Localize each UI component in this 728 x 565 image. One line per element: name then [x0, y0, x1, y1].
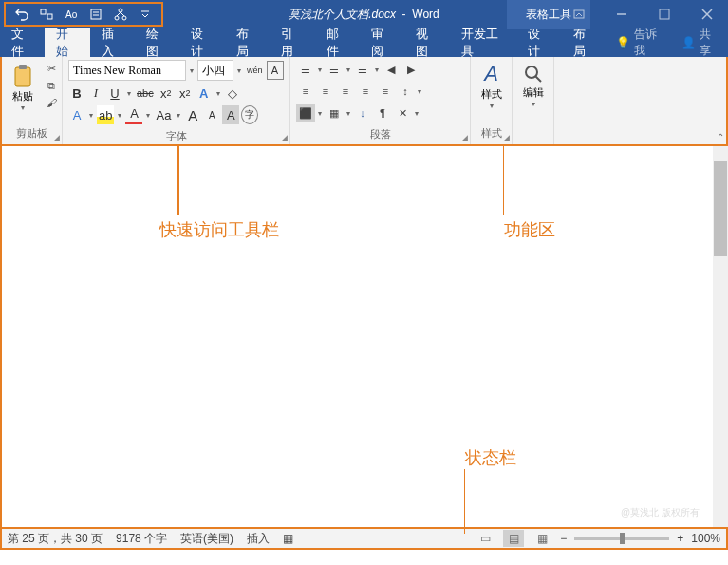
enclose-char-button[interactable]: 字: [241, 105, 258, 124]
text-effects-button[interactable]: A: [196, 84, 213, 103]
close-icon[interactable]: [685, 0, 728, 28]
phonetic-guide-button[interactable]: wén: [245, 61, 265, 80]
status-word-count[interactable]: 9178 个字: [116, 531, 167, 547]
sort-button[interactable]: ↓: [353, 104, 372, 122]
chevron-down-icon[interactable]: ▾: [488, 102, 495, 110]
tab-developer[interactable]: 开发工具: [450, 28, 517, 57]
zoom-in-icon[interactable]: +: [677, 532, 683, 545]
copy-icon[interactable]: ⧉: [42, 78, 61, 93]
underline-button[interactable]: U: [106, 84, 123, 103]
chevron-down-icon[interactable]: ▾: [125, 89, 133, 98]
decrease-indent-button[interactable]: ◀: [382, 60, 401, 79]
chevron-down-icon[interactable]: ▾: [188, 66, 196, 75]
font-name-input[interactable]: [68, 60, 186, 81]
chevron-down-icon[interactable]: ▾: [144, 111, 152, 120]
show-marks-button[interactable]: ¶: [373, 104, 392, 122]
clipboard-launcher-icon[interactable]: ◢: [53, 133, 60, 142]
align-center-button[interactable]: ≡: [316, 82, 335, 101]
styles-launcher-icon[interactable]: ◢: [503, 133, 510, 142]
find-icon[interactable]: [522, 63, 545, 85]
status-insert-mode[interactable]: 插入: [247, 531, 270, 547]
paragraph-launcher-icon[interactable]: ◢: [461, 133, 468, 142]
tell-me-search[interactable]: 💡 告诉我: [607, 28, 672, 57]
tab-view[interactable]: 视图: [404, 28, 449, 57]
chevron-down-icon[interactable]: ▾: [345, 66, 352, 74]
bullets-button[interactable]: ☰: [296, 60, 315, 79]
text-effects-2-button[interactable]: A: [68, 105, 85, 124]
chevron-down-icon[interactable]: ▾: [87, 111, 95, 120]
strikethrough-button[interactable]: abc: [135, 84, 156, 103]
tab-review[interactable]: 审阅: [360, 28, 404, 57]
increase-indent-button[interactable]: ▶: [401, 60, 420, 79]
print-layout-icon[interactable]: ▤: [503, 530, 524, 547]
zoom-out-icon[interactable]: −: [560, 532, 567, 545]
styles-button[interactable]: A: [478, 61, 505, 87]
undo-icon[interactable]: [11, 4, 32, 25]
chevron-down-icon[interactable]: ▾: [530, 100, 537, 108]
font-color-button[interactable]: A: [125, 105, 142, 124]
chevron-down-icon[interactable]: ▾: [175, 111, 182, 120]
numbering-button[interactable]: ☰: [325, 60, 344, 79]
relations-icon[interactable]: [110, 4, 131, 25]
shrink-font-button[interactable]: A: [203, 105, 220, 124]
asian-layout-button[interactable]: ✕: [393, 104, 412, 122]
char-shading-button[interactable]: A: [222, 105, 239, 124]
collapse-ribbon-icon[interactable]: ⌃: [717, 132, 724, 142]
tab-home[interactable]: 开始: [45, 28, 89, 57]
zoom-percentage[interactable]: 100%: [691, 532, 720, 545]
tab-design[interactable]: 设计: [179, 28, 224, 57]
read-aloud-icon[interactable]: Ao: [61, 4, 82, 25]
subscript-button[interactable]: x2: [158, 84, 175, 103]
zoom-slider[interactable]: [574, 537, 669, 540]
properties-icon[interactable]: [85, 4, 106, 25]
styles-label[interactable]: 样式: [481, 87, 502, 102]
zoom-slider-handle[interactable]: [620, 533, 625, 544]
char-border-button[interactable]: A: [267, 61, 284, 80]
chevron-down-icon[interactable]: ▾: [215, 89, 222, 98]
format-painter-icon[interactable]: 🖌: [42, 95, 61, 110]
tab-layout[interactable]: 布局: [225, 28, 270, 57]
status-language[interactable]: 英语(美国): [180, 531, 233, 547]
document-area[interactable]: 快速访问工具栏 功能区 状态栏 @莫浅北 版权所有: [0, 146, 728, 527]
vertical-scrollbar[interactable]: [713, 146, 728, 527]
clear-format-icon[interactable]: ◇: [224, 84, 241, 103]
font-size-input[interactable]: [197, 60, 233, 81]
read-mode-icon[interactable]: ▭: [475, 530, 495, 547]
maximize-icon[interactable]: [643, 0, 685, 28]
borders-button[interactable]: ▦: [325, 104, 344, 122]
share-button[interactable]: 👤 共享: [672, 28, 728, 57]
chevron-down-icon[interactable]: ▾: [373, 66, 381, 74]
highlight-button[interactable]: ab: [97, 105, 114, 124]
editing-label[interactable]: 编辑: [523, 85, 544, 100]
change-case-button[interactable]: Aa: [154, 105, 173, 124]
superscript-button[interactable]: x2: [177, 84, 194, 103]
grow-font-button[interactable]: A: [184, 105, 201, 124]
align-left-button[interactable]: ≡: [296, 82, 315, 101]
ribbon-options-icon[interactable]: [557, 0, 600, 28]
qat-more-icon[interactable]: [135, 4, 156, 25]
bold-button[interactable]: B: [68, 84, 85, 103]
paste-button[interactable]: 粘贴 ▾: [6, 61, 40, 114]
italic-button[interactable]: I: [87, 84, 104, 103]
font-launcher-icon[interactable]: ◢: [281, 133, 288, 142]
align-right-button[interactable]: ≡: [336, 82, 355, 101]
web-layout-icon[interactable]: ▦: [532, 530, 552, 547]
tab-mailings[interactable]: 邮件: [315, 28, 360, 57]
tab-file[interactable]: 文件: [0, 28, 45, 57]
chevron-down-icon[interactable]: ▾: [316, 109, 324, 118]
chevron-down-icon[interactable]: ▾: [235, 66, 243, 75]
tab-draw[interactable]: 绘图: [135, 28, 179, 57]
tab-references[interactable]: 引用: [270, 28, 314, 57]
cut-icon[interactable]: ✂: [42, 61, 61, 76]
chevron-down-icon[interactable]: ▾: [413, 109, 420, 118]
distributed-button[interactable]: ≡: [376, 82, 395, 101]
shading-button[interactable]: ⬛: [296, 104, 315, 122]
justify-button[interactable]: ≡: [356, 82, 375, 101]
multilevel-list-button[interactable]: ☰: [353, 60, 372, 79]
status-page[interactable]: 第 25 页，共 30 页: [8, 531, 103, 547]
scroll-thumb[interactable]: [714, 161, 727, 256]
minimize-icon[interactable]: [600, 0, 643, 28]
tab-insert[interactable]: 插入: [90, 28, 135, 57]
macro-record-icon[interactable]: ▦: [283, 532, 293, 545]
tab-table-design[interactable]: 设计: [516, 28, 561, 57]
